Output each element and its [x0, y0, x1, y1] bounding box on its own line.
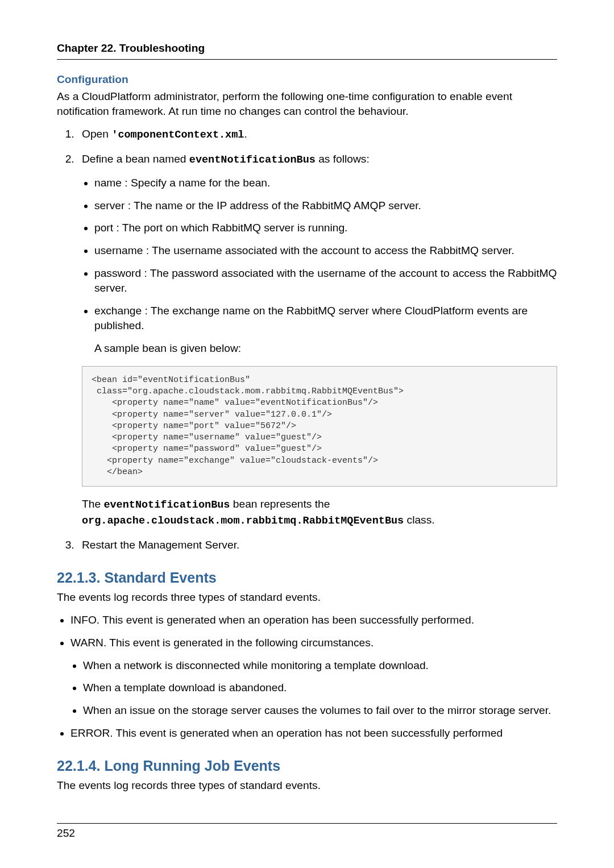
sample-intro: A sample bean is given below: — [94, 341, 557, 356]
section-heading-standard-events: 22.1.3. Standard Events — [57, 568, 557, 588]
after-code-suffix: class. — [404, 514, 434, 526]
step2-params-list: name : Specify a name for the bean. serv… — [82, 176, 557, 356]
step1-code: 'componentContext.xml — [111, 129, 244, 141]
param-password: password : The password associated with … — [94, 266, 557, 296]
warn-item-1: When a network is disconnected while mon… — [83, 658, 557, 673]
step1-suffix: . — [244, 128, 247, 140]
param-server: server : The name or the IP address of t… — [94, 198, 557, 213]
standard-warn-text: WARN. This event is generated in the fol… — [70, 637, 374, 649]
page-container: Chapter 22. Troubleshooting Configuratio… — [0, 0, 614, 868]
step2-prefix: Define a bean named — [82, 153, 189, 165]
long-running-intro: The events log records three types of st… — [57, 778, 557, 793]
page-number: 252 — [57, 827, 75, 839]
section-heading-long-running: 22.1.4. Long Running Job Events — [57, 757, 557, 776]
standard-events-intro: The events log records three types of st… — [57, 590, 557, 605]
after-code-code2: org.apache.cloudstack.mom.rabbitmq.Rabbi… — [82, 515, 404, 527]
after-code-code1: eventNotificationBus — [103, 499, 230, 511]
step2-line: Define a bean named eventNotificationBus… — [82, 152, 557, 168]
standard-info: INFO. This event is generated when an op… — [70, 613, 557, 628]
param-port: port : The port on which RabbitMQ server… — [94, 221, 557, 235]
param-exchange: exchange : The exchange name on the Rabb… — [94, 304, 557, 356]
page-footer: 252 — [57, 823, 557, 841]
config-step-3: Restart the Management Server. — [77, 538, 557, 553]
step1-prefix: Open — [82, 128, 111, 140]
running-header: Chapter 22. Troubleshooting — [57, 41, 557, 60]
standard-warn: WARN. This event is generated in the fol… — [70, 636, 557, 719]
section-title-configuration: Configuration — [57, 72, 557, 87]
code-block-bean: <bean id="eventNotificationBus" class="o… — [82, 366, 557, 487]
config-steps-list: Open 'componentContext.xml. Define a bea… — [57, 127, 557, 553]
param-username: username : The username associated with … — [94, 243, 557, 258]
after-code-paragraph: The eventNotificationBus bean represents… — [82, 497, 557, 529]
config-intro-paragraph: As a CloudPlatform administrator, perfor… — [57, 89, 557, 119]
after-code-prefix: The — [82, 498, 103, 510]
config-step-2: Define a bean named eventNotificationBus… — [77, 152, 557, 529]
warn-item-3: When an issue on the storage server caus… — [83, 703, 557, 718]
after-code-mid: bean represents the — [230, 498, 330, 510]
step2-suffix: as follows: — [316, 153, 370, 165]
config-step-1: Open 'componentContext.xml. — [77, 127, 557, 143]
standard-events-list: INFO. This event is generated when an op… — [57, 613, 557, 741]
step2-code: eventNotificationBus — [189, 154, 316, 166]
standard-error: ERROR. This event is generated when an o… — [70, 726, 557, 741]
warn-item-2: When a template download is abandoned. — [83, 680, 557, 695]
param-exchange-text: exchange : The exchange name on the Rabb… — [94, 305, 528, 331]
param-name: name : Specify a name for the bean. — [94, 176, 557, 190]
warn-sublist: When a network is disconnected while mon… — [70, 658, 557, 719]
